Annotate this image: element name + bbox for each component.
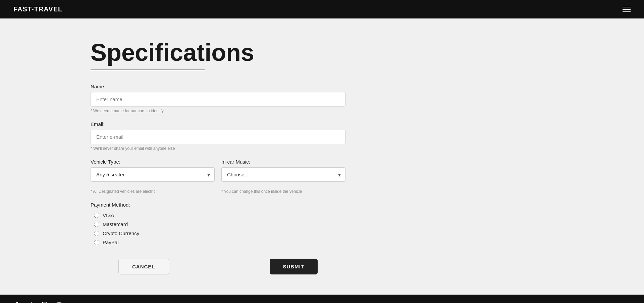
music-hint: * You can change this once inside the ve… (221, 189, 345, 194)
instagram-icon[interactable] (42, 302, 48, 303)
name-form-group: Name: * We need a name for our cars to i… (91, 84, 345, 113)
twitter-icon[interactable] (28, 302, 34, 303)
title-underline (91, 70, 205, 70)
email-input[interactable] (91, 130, 345, 144)
form-container: Name: * We need a name for our cars to i… (91, 84, 345, 274)
hamburger-menu-button[interactable] (623, 7, 631, 12)
cancel-button[interactable]: CANCEL (118, 259, 169, 274)
vehicle-type-select-wrapper: Any 5 seater Any 7 seater SUV Sedan (91, 167, 215, 182)
payment-radio-visa[interactable] (94, 213, 99, 218)
vehicle-type-hint: * All Designated vehicles are electric (91, 189, 215, 194)
hamburger-line-3 (623, 11, 631, 12)
payment-radio-crypto[interactable] (94, 231, 99, 236)
payment-label: Payment Method: (91, 202, 345, 208)
email-hint: * We'll never share your email with anyo… (91, 146, 345, 151)
dropdown-hints: * All Designated vehicles are electric *… (91, 187, 345, 194)
vehicle-music-row: Vehicle Type: Any 5 seater Any 7 seater … (91, 159, 345, 182)
payment-mastercard-label: Mastercard (103, 221, 128, 227)
music-select[interactable]: Choose... Pop Jazz Classical None (221, 167, 345, 182)
vehicle-type-label: Vehicle Type: (91, 159, 215, 165)
facebook-icon[interactable] (13, 302, 19, 303)
payment-radio-paypal[interactable] (94, 240, 99, 245)
music-label: In-car Music: (221, 159, 345, 165)
payment-paypal-label: PayPal (103, 240, 119, 245)
name-hint: * We need a name for our cars to identif… (91, 109, 345, 113)
payment-option-crypto[interactable]: Crypto Currency (94, 230, 345, 236)
social-icons (13, 302, 62, 303)
payment-option-visa[interactable]: VISA (94, 212, 345, 218)
name-label: Name: (91, 84, 345, 89)
payment-section: Payment Method: VISA Mastercard Crypto C… (91, 202, 345, 245)
hamburger-line-1 (623, 7, 631, 7)
payment-crypto-label: Crypto Currency (103, 230, 139, 236)
submit-button[interactable]: SUBMIT (270, 259, 318, 274)
logo: FAST-TRAVEL (13, 5, 62, 13)
payment-radio-group: VISA Mastercard Crypto Currency PayPal (91, 212, 345, 245)
email-label: Email: (91, 121, 345, 127)
payment-option-paypal[interactable]: PayPal (94, 240, 345, 245)
email-form-group: Email: * We'll never share your email wi… (91, 121, 345, 151)
music-select-wrapper: Choose... Pop Jazz Classical None (221, 167, 345, 182)
payment-option-mastercard[interactable]: Mastercard (94, 221, 345, 227)
footer: © 2021 Created by Wyne Ybanez (0, 295, 644, 303)
hamburger-line-2 (623, 9, 631, 10)
header: FAST-TRAVEL (0, 0, 644, 18)
button-row: CANCEL SUBMIT (91, 259, 345, 274)
youtube-icon[interactable] (56, 302, 62, 303)
vehicle-type-select[interactable]: Any 5 seater Any 7 seater SUV Sedan (91, 167, 215, 182)
name-input[interactable] (91, 92, 345, 106)
vehicle-type-group: Vehicle Type: Any 5 seater Any 7 seater … (91, 159, 215, 182)
payment-visa-label: VISA (103, 212, 114, 218)
payment-radio-mastercard[interactable] (94, 222, 99, 227)
page-title: Specifications (91, 39, 644, 66)
music-group: In-car Music: Choose... Pop Jazz Classic… (221, 159, 345, 182)
main-content: Specifications Name: * We need a name fo… (0, 18, 644, 295)
